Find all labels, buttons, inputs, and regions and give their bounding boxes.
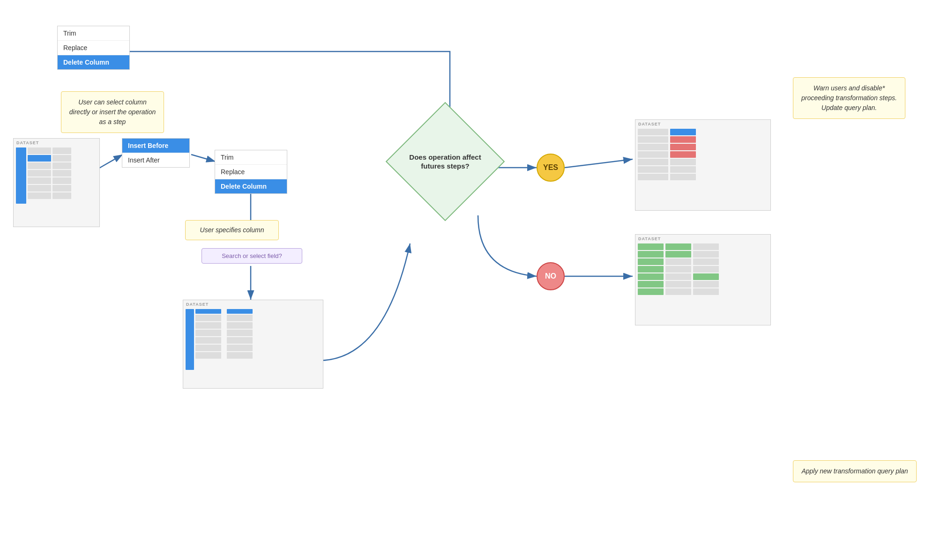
top-menu-trim[interactable]: Trim [58, 26, 129, 41]
top-menu-replace[interactable]: Replace [58, 41, 129, 55]
dataset-yes: DATASET [635, 119, 771, 211]
second-menu-delete[interactable]: Delete Column [215, 179, 287, 193]
dataset-left: DATASET [13, 138, 100, 227]
no-badge: NO [537, 262, 565, 290]
dataset-bottom: DATASET [183, 300, 323, 389]
dataset-bottom-label: DATASET [183, 300, 323, 308]
top-menu: Trim Replace Delete Column [57, 26, 130, 70]
dataset-no-label: DATASET [635, 235, 770, 242]
dataset-yes-label: DATASET [635, 120, 770, 127]
insert-before[interactable]: Insert Before [122, 139, 189, 153]
second-menu-replace[interactable]: Replace [215, 165, 287, 179]
note-apply: Apply new transformation query plan [793, 460, 917, 482]
dataset-left-label: DATASET [14, 139, 99, 146]
flow-arrows [0, 0, 926, 560]
note-specifies-column: User specifies column [185, 220, 279, 240]
top-menu-delete[interactable]: Delete Column [58, 55, 129, 69]
insert-menu: Insert Before Insert After [122, 138, 190, 168]
warn-note: Warn users and disable* proceeding trans… [793, 77, 905, 119]
diagram-container: Trim Replace Delete Column User can sele… [0, 0, 926, 560]
second-menu-trim[interactable]: Trim [215, 150, 287, 165]
second-menu: Trim Replace Delete Column [215, 150, 287, 194]
yes-badge: YES [537, 154, 565, 182]
note-select-column: User can select column directly or inser… [61, 91, 164, 133]
insert-after[interactable]: Insert After [122, 153, 189, 167]
search-field[interactable]: Search or select field? [202, 248, 302, 264]
dataset-no: DATASET [635, 234, 771, 325]
decision-diamond: Does operation affect futures steps? [403, 119, 487, 204]
